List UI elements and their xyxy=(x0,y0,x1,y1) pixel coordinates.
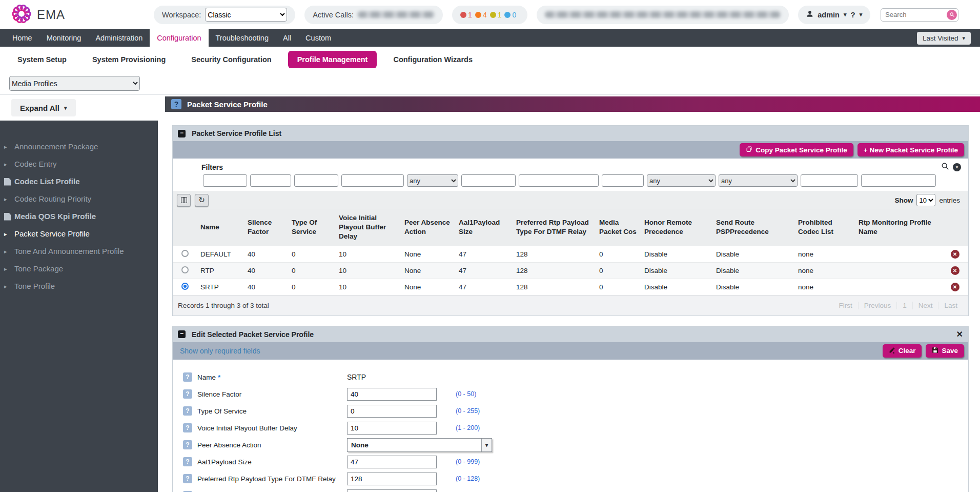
delete-icon[interactable]: ✕ xyxy=(951,283,959,291)
field-input-type-of-service[interactable] xyxy=(347,405,437,418)
sidebar-item-codec-routing-priority[interactable]: ▸Codec Routing Priority xyxy=(0,190,158,208)
delete-icon[interactable]: ✕ xyxy=(951,250,959,259)
field-label: Preferred Rtp Payload Type For DTMF Rela… xyxy=(197,475,347,483)
filter-select-5[interactable]: any xyxy=(407,174,458,187)
sidebar-item-codec-entry[interactable]: ▸Codec Entry xyxy=(0,155,158,173)
last-visited-button[interactable]: Last Visited ▾ xyxy=(917,32,971,45)
table-row[interactable]: DEFAULT40010None471280DisableDisablenone… xyxy=(173,246,968,262)
help-caret-icon[interactable]: ▾ xyxy=(860,11,863,18)
status-count: 1 xyxy=(490,11,502,19)
help-button[interactable]: ? xyxy=(851,10,855,19)
collapse-icon[interactable]: − xyxy=(178,130,186,137)
user-menu[interactable]: admin ▾ ? ▾ xyxy=(798,6,870,24)
page-previous[interactable]: Previous xyxy=(858,302,897,309)
delete-cell[interactable]: ✕ xyxy=(942,246,968,262)
show-required-fields-link[interactable]: Show only required fields xyxy=(180,347,260,355)
field-input-preferred-rtp-payload-type-for-dtmf-relay[interactable] xyxy=(347,473,437,485)
sidebar-item-media-qos-kpi-profile[interactable]: Media QOS Kpi Profile xyxy=(0,208,158,225)
field-input-media-packet-cos[interactable] xyxy=(347,489,437,492)
nav-item-troubleshooting[interactable]: Troubleshooting xyxy=(209,29,276,47)
copy-profile-button[interactable]: Copy Packet Service Profile xyxy=(740,143,853,156)
chevron-down-icon: ▾ xyxy=(962,35,965,42)
clear-button[interactable]: Clear xyxy=(883,344,922,358)
filter-select-9[interactable]: any xyxy=(647,174,716,187)
table-row[interactable]: RTP40010None471280DisableDisablenone✕ xyxy=(173,262,968,279)
show-entries-select[interactable]: 10 xyxy=(916,194,935,206)
sidebar-item-tone-and-announcement-profile[interactable]: ▸Tone And Announcement Profile xyxy=(0,243,158,260)
help-icon[interactable]: ? xyxy=(183,474,192,483)
filter-clear-icon[interactable]: ✕ xyxy=(953,163,961,171)
nav-item-configuration[interactable]: Configuration xyxy=(150,29,208,47)
cell: 0 xyxy=(596,246,641,262)
filter-search-icon[interactable] xyxy=(941,162,949,172)
tab-system-setup[interactable]: System Setup xyxy=(8,51,76,68)
sidebar-item-packet-service-profile[interactable]: ▸Packet Service Profile xyxy=(0,225,158,243)
user-caret-icon[interactable]: ▾ xyxy=(844,11,847,18)
save-button[interactable]: Save xyxy=(926,344,964,358)
nav-item-administration[interactable]: Administration xyxy=(88,29,150,47)
table-row[interactable]: SRTP40010None471280DisableDisablenone✕ xyxy=(173,279,968,295)
field-input-silence-factor[interactable] xyxy=(347,388,437,401)
filter-input-7[interactable] xyxy=(519,174,599,187)
delete-icon[interactable]: ✕ xyxy=(951,266,959,275)
profile-category-select[interactable]: Media Profiles xyxy=(9,76,140,91)
help-icon[interactable]: ? xyxy=(183,389,192,399)
page-1[interactable]: 1 xyxy=(896,302,912,309)
nav-item-custom[interactable]: Custom xyxy=(298,29,338,47)
help-icon[interactable]: ? xyxy=(183,423,192,432)
collapse-icon[interactable]: − xyxy=(178,330,186,338)
tab-system-provisioning[interactable]: System Provisioning xyxy=(83,51,175,68)
help-icon[interactable]: ? xyxy=(171,99,181,109)
field-control xyxy=(347,473,450,485)
filter-input-2[interactable] xyxy=(250,174,291,187)
sidebar-item-tone-package[interactable]: ▸Tone Package xyxy=(0,260,158,278)
form-row-voice-initial-playout-buffer-delay: ?Voice Initial Playout Buffer Delay(1 - … xyxy=(183,420,968,437)
nav-item-monitoring[interactable]: Monitoring xyxy=(39,29,89,47)
tab-profile-management[interactable]: Profile Management xyxy=(288,51,377,68)
filter-input-3[interactable] xyxy=(294,174,338,187)
page-last[interactable]: Last xyxy=(938,302,963,309)
filter-input-6[interactable] xyxy=(461,174,516,187)
refresh-button[interactable]: ↻ xyxy=(195,194,209,207)
delete-cell[interactable]: ✕ xyxy=(942,279,968,295)
nav-item-home[interactable]: Home xyxy=(5,29,39,47)
help-icon[interactable]: ? xyxy=(183,440,192,449)
field-select-peer-absence-action[interactable]: None▾ xyxy=(347,438,492,452)
radio-cell[interactable] xyxy=(173,246,197,262)
radio-cell[interactable] xyxy=(173,262,197,279)
sidebar-item-codec-list-profile[interactable]: Codec List Profile xyxy=(0,173,158,190)
copy-icon xyxy=(746,146,752,154)
workspace-select[interactable]: Classic xyxy=(205,8,287,22)
columns-button[interactable] xyxy=(177,194,191,207)
help-icon[interactable]: ? xyxy=(183,372,192,382)
filter-input-12[interactable] xyxy=(861,174,936,187)
help-icon[interactable]: ? xyxy=(183,457,192,466)
expand-all-button[interactable]: Expand All ▾ xyxy=(11,99,76,116)
row-select-radio[interactable] xyxy=(181,250,189,257)
nav-item-all[interactable]: All xyxy=(276,29,298,47)
page-title: Packet Service Profile xyxy=(187,100,268,109)
cell: Disable xyxy=(713,262,795,279)
filter-input-8[interactable] xyxy=(602,174,644,187)
filter-select-10[interactable]: any xyxy=(719,174,798,187)
selected-value: None xyxy=(351,441,369,449)
row-select-radio[interactable] xyxy=(181,266,189,273)
filter-input-11[interactable] xyxy=(801,174,858,187)
filter-input-4[interactable] xyxy=(341,174,404,187)
tab-security-configuration[interactable]: Security Configuration xyxy=(182,51,280,68)
delete-cell[interactable]: ✕ xyxy=(942,262,968,279)
close-icon[interactable]: ✕ xyxy=(956,329,963,339)
new-profile-button[interactable]: + New Packet Service Profile xyxy=(858,143,964,156)
tab-configuration-wizards[interactable]: Configuration Wizards xyxy=(384,51,482,68)
help-icon[interactable]: ? xyxy=(183,406,192,416)
page-next[interactable]: Next xyxy=(912,302,938,309)
sidebar-item-announcement-package[interactable]: ▸Announcement Package xyxy=(0,138,158,155)
row-select-radio[interactable] xyxy=(181,283,189,290)
filter-input-1[interactable] xyxy=(203,174,247,187)
page-first[interactable]: First xyxy=(833,302,858,309)
field-input-aal1payload-size[interactable] xyxy=(347,456,437,468)
sidebar-item-tone-profile[interactable]: ▸Tone Profile xyxy=(0,278,158,295)
radio-cell[interactable] xyxy=(173,279,197,295)
search-icon[interactable] xyxy=(947,10,957,20)
field-input-voice-initial-playout-buffer-delay[interactable] xyxy=(347,422,437,435)
